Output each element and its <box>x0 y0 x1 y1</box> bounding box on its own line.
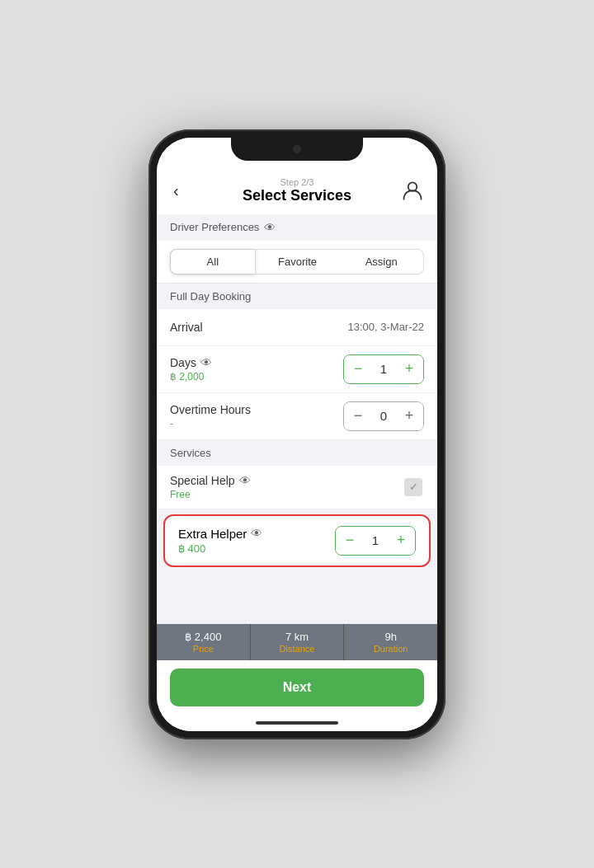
summary-distance-label: Distance <box>254 644 341 654</box>
extra-helper-price: ฿ 400 <box>178 542 262 555</box>
summary-duration-value: 9h <box>347 631 434 643</box>
days-row: Days 👁 ฿ 2,000 − 1 + <box>157 346 437 393</box>
special-help-label: Special Help <box>170 474 235 487</box>
summary-price-value: ฿ 2,400 <box>160 631 247 643</box>
page-title: Select Services <box>195 187 399 204</box>
driver-preferences-header: Driver Preferences 👁 <box>157 214 437 241</box>
overtime-stepper: − 0 + <box>343 401 424 431</box>
extra-helper-increment-button[interactable]: + <box>387 527 415 555</box>
extra-helper-left: Extra Helper 👁 ฿ 400 <box>178 527 262 555</box>
special-help-price: Free <box>170 489 251 500</box>
arrival-label: Arrival <box>170 321 203 334</box>
home-bar <box>256 721 338 725</box>
days-decrement-button[interactable]: − <box>344 355 372 383</box>
checkbox-checked-indicator <box>404 478 422 496</box>
driver-preferences-label: Driver Preferences <box>170 221 259 233</box>
special-help-label-container: Special Help 👁 <box>170 474 251 487</box>
eye-icon-days[interactable]: 👁 <box>200 356 212 369</box>
summary-duration-label: Duration <box>347 644 434 654</box>
extra-helper-label-container: Extra Helper 👁 <box>178 527 262 541</box>
tab-all[interactable]: All <box>170 249 256 274</box>
arrival-value: 13:00, 3-Mar-22 <box>348 321 425 333</box>
days-left: Days 👁 ฿ 2,000 <box>170 356 212 382</box>
services-header: Services <box>157 440 437 466</box>
overtime-sub: - <box>170 418 251 429</box>
segment-control: All Favorite Assign <box>157 241 437 284</box>
extra-helper-row: Extra Helper 👁 ฿ 400 − 1 + <box>163 514 431 567</box>
tab-assign[interactable]: Assign <box>339 249 424 274</box>
days-label: Days <box>170 356 196 369</box>
step-label: Step 2/3 <box>195 177 399 187</box>
days-stepper: − 1 + <box>343 354 424 384</box>
back-button[interactable]: ‹ <box>170 178 195 204</box>
summary-price: ฿ 2,400 Price <box>157 624 251 660</box>
overtime-decrement-button[interactable]: − <box>344 402 372 430</box>
summary-price-label: Price <box>160 644 247 654</box>
eye-icon-driver[interactable]: 👁 <box>264 221 276 234</box>
summary-distance-value: 7 km <box>254 631 341 643</box>
notch <box>231 138 363 161</box>
summary-distance: 7 km Distance <box>251 624 345 660</box>
phone-screen: ‹ Step 2/3 Select Services Driver Prefer… <box>157 138 437 731</box>
summary-duration: 9h Duration <box>344 624 437 660</box>
days-price: ฿ 2,000 <box>170 371 212 382</box>
extra-helper-decrement-button[interactable]: − <box>336 527 364 555</box>
full-day-booking-label: Full Day Booking <box>170 290 251 303</box>
overtime-increment-button[interactable]: + <box>395 402 423 430</box>
overtime-label: Overtime Hours <box>170 403 251 416</box>
days-increment-button[interactable]: + <box>395 355 423 383</box>
special-help-left: Special Help 👁 Free <box>170 474 251 500</box>
phone-frame: ‹ Step 2/3 Select Services Driver Prefer… <box>148 129 446 739</box>
home-indicator <box>157 715 437 731</box>
full-day-booking-header: Full Day Booking <box>157 284 437 309</box>
services-label: Services <box>170 447 211 459</box>
overtime-left: Overtime Hours - <box>170 403 251 429</box>
eye-icon-special-help[interactable]: 👁 <box>239 474 251 487</box>
overtime-value: 0 <box>372 409 395 423</box>
profile-icon[interactable] <box>399 179 424 202</box>
bottom-bar: ฿ 2,400 Price 7 km Distance 9h Duration … <box>157 624 437 731</box>
header-center: Step 2/3 Select Services <box>195 177 399 204</box>
next-button[interactable]: Next <box>170 669 424 706</box>
extra-helper-value: 1 <box>364 533 387 547</box>
tab-favorite[interactable]: Favorite <box>256 249 340 274</box>
camera <box>293 145 301 153</box>
scroll-content: Driver Preferences 👁 All Favorite Assign… <box>157 214 437 624</box>
arrival-row: Arrival 13:00, 3-Mar-22 <box>157 309 437 346</box>
days-label-container: Days 👁 <box>170 356 212 369</box>
special-help-checkbox[interactable] <box>403 476 424 498</box>
summary-bar: ฿ 2,400 Price 7 km Distance 9h Duration <box>157 624 437 660</box>
overtime-row: Overtime Hours - − 0 + <box>157 393 437 440</box>
eye-icon-extra-helper[interactable]: 👁 <box>251 527 262 540</box>
extra-helper-stepper: − 1 + <box>335 526 416 556</box>
extra-helper-label: Extra Helper <box>178 527 247 541</box>
special-help-row: Special Help 👁 Free <box>157 466 437 509</box>
header: ‹ Step 2/3 Select Services <box>157 171 437 214</box>
days-value: 1 <box>372 362 395 376</box>
